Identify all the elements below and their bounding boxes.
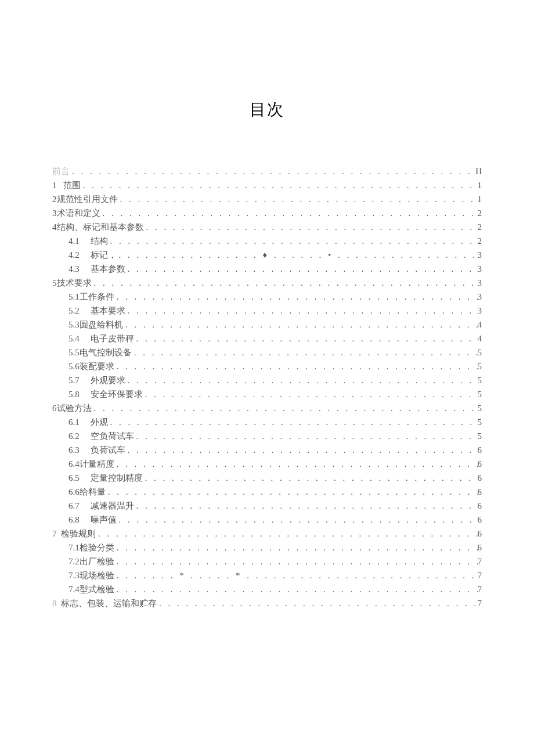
toc-entry-number: 4.3 xyxy=(68,265,80,273)
toc-entry-label: 7.3现场检验 xyxy=(68,571,114,580)
toc-entry-page: 3 xyxy=(478,251,482,260)
toc-entry-number: 4.1 xyxy=(68,237,80,246)
toc-entry-number: 5.3 xyxy=(68,321,80,329)
toc-entry: 7.3现场检验. . . . . . . * . . . . . * . . .… xyxy=(52,571,482,580)
toc-entry: 4.1 结构. . . . . . . . . . . . . . . . . … xyxy=(52,237,482,246)
toc-entry-gap xyxy=(80,446,91,455)
toc-entry-number: 6.3 xyxy=(68,446,80,455)
toc-entry: 6试验方法. . . . . . . . . . . . . . . . . .… xyxy=(52,404,482,413)
toc-entry-label: 6.2 空负荷试车 xyxy=(68,432,134,441)
toc-entry-text: 电子皮带秤 xyxy=(91,334,134,343)
toc-entry-text: 术语和定义 xyxy=(57,208,100,218)
toc-entry: 6.2 空负荷试车. . . . . . . . . . . . . . . .… xyxy=(52,432,482,441)
toc-entry-label: 4.2 标记， xyxy=(68,251,117,260)
toc-entry-page: 2 xyxy=(478,209,482,218)
toc-entry-gap xyxy=(80,516,91,524)
toc-entry-page: 5 xyxy=(478,432,482,441)
toc-entry-label: 6试验方法 xyxy=(52,404,92,413)
toc-entry-label: 6.4计量精度 xyxy=(68,460,114,469)
toc-entry-label: 6.1 外观 xyxy=(68,418,108,427)
toc-entry-text: 基本参数 xyxy=(91,264,125,273)
toc-entry-gap xyxy=(80,502,91,510)
toc-leader-dots: . . . . . . . * . . . . . * . . . . . . … xyxy=(114,571,478,580)
toc-entry: 1 范围. . . . . . . . . . . . . . . . . . … xyxy=(52,181,482,190)
toc-entry-text: 给料量 xyxy=(80,487,106,496)
toc-entry-page: 6 xyxy=(478,543,482,552)
toc-leader-dots: . . . . . . . . . . . . . . . . . . . . … xyxy=(117,516,478,524)
toc-entry-gap xyxy=(57,181,63,190)
toc-leader-dots: . . . . . . . . . . . . . . . . . . . . … xyxy=(134,334,478,343)
toc-entry-text: 标记， xyxy=(91,250,117,260)
toc-entry: 6.1 外观. . . . . . . . . . . . . . . . . … xyxy=(52,418,482,427)
toc-entry-page: 6 xyxy=(478,460,482,469)
toc-entry-number: 7.2 xyxy=(68,557,80,566)
toc-entry-text: 规范性引用文件 xyxy=(57,195,118,204)
toc-leader-dots: . . . . . . . . . . . . . . . . . . . . … xyxy=(114,293,478,301)
toc-leader-dots: . . . . . . . . . . . . . . . . . . . . … xyxy=(81,181,478,190)
toc-entry: 5技术要求. . . . . . . . . . . . . . . . . .… xyxy=(52,279,482,287)
toc-entry-number: 5.8 xyxy=(68,390,80,399)
toc-entry: 8 标志、包装、运输和贮存. . . . . . . . . . . . . .… xyxy=(52,599,482,608)
toc-entry-number: 5.2 xyxy=(68,307,80,315)
toc-entry-label: 4.1 结构 xyxy=(68,237,108,246)
toc-leader-dots: . . . . . . . . . . . . . . . . . . . . … xyxy=(132,348,478,357)
toc-entry: 3术语和定义. . . . . . . . . . . . . . . . . … xyxy=(52,209,482,218)
toc-entry-number: 8 xyxy=(52,599,57,608)
toc-entry-label: 5.4 电子皮带秤 xyxy=(68,334,134,343)
toc-entry: 前言. . . . . . . . . . . . . . . . . . . … xyxy=(52,167,482,176)
toc-entry-number: 6.1 xyxy=(68,418,80,427)
toc-entry-label: 6.5 定量控制精度 xyxy=(68,474,143,483)
toc-entry-number: 5.5 xyxy=(68,348,80,357)
toc-entry-label: 7.4型式检验 xyxy=(68,585,114,594)
toc-leader-dots: . . . . . . . . . . . . . . . . . . . . … xyxy=(157,599,478,608)
toc-entry-number: 6 xyxy=(52,404,57,413)
toc-entry-text: 结构 xyxy=(91,236,108,246)
toc-entry-page: 6 xyxy=(478,474,482,483)
toc-leader-dots: . . . . . . . . . . . . . . . . . . . . … xyxy=(143,390,478,399)
toc-entry-text: 空负荷试车 xyxy=(91,431,134,441)
toc-entry-number: 7.1 xyxy=(68,543,80,552)
toc-entry-text: 电气控制设备 xyxy=(80,348,132,357)
toc-leader-dots: . . . . . . . . . . . . . . . . . . . . … xyxy=(114,460,478,469)
toc-entry-page: 7 xyxy=(478,585,482,594)
toc-entry-number: 5.6 xyxy=(68,362,80,371)
toc-entry-text: 噪声值 xyxy=(91,515,117,524)
toc-entry-page: 7 xyxy=(478,557,482,566)
toc-entry-gap xyxy=(80,418,91,427)
toc-leader-dots: . . . . . . . . . . . . . . . . . . . . … xyxy=(100,209,478,218)
toc-entry-label: 6.6给料量 xyxy=(68,488,106,496)
toc-leader-dots: . . . . . . . . . . . . . . . . . . . . … xyxy=(125,376,478,385)
toc-entry-number: 5.7 xyxy=(68,376,80,385)
toc-leader-dots: . . . . . . . . . . . . . . . . . . . . … xyxy=(114,557,478,566)
toc-entry-text: 安全环保要求 xyxy=(91,390,143,399)
toc-entry: 6.7 减速器温升. . . . . . . . . . . . . . . .… xyxy=(52,502,482,510)
toc-entry-number: 5.1 xyxy=(68,293,80,301)
document-page: 目次 前言. . . . . . . . . . . . . . . . . .… xyxy=(0,0,534,608)
toc-entry: 5.8 安全环保要求. . . . . . . . . . . . . . . … xyxy=(52,390,482,399)
toc-leader-dots: . . . . . . . . . . . . . . . . . . . . … xyxy=(144,223,478,232)
toc-entry-page: 2 xyxy=(478,237,482,246)
toc-leader-dots: . . . . . . . . . . . . . . . . . . . . … xyxy=(118,195,478,204)
toc-entry-text: 现场检验 xyxy=(80,571,114,580)
toc-entry-label: 3术语和定义 xyxy=(52,209,100,218)
toc-entry: 5.7 外观要求. . . . . . . . . . . . . . . . … xyxy=(52,376,482,385)
toc-leader-dots: . . . . . . . . . . . . . . . . . . . . … xyxy=(114,585,478,594)
toc-entry: 4.2 标记，. . . . . . . . . . . . . . . . ♦… xyxy=(52,251,482,260)
toc-entry-text: 装配要求 xyxy=(80,362,114,371)
toc-entry-text: 检验规则 xyxy=(61,529,96,538)
toc-entry: 6.4计量精度. . . . . . . . . . . . . . . . .… xyxy=(52,460,482,469)
toc-entry-gap xyxy=(80,376,91,385)
toc-entry-label: 5.7 外观要求 xyxy=(68,376,125,385)
toc-entry-label: 4结构、标记和基本参数 xyxy=(52,223,144,232)
toc-entry: 5.3圆盘给料机. . . . . . . . . . . . . . . . … xyxy=(52,321,482,329)
toc-entry-text: 外观 xyxy=(91,417,108,427)
toc-entry-text: 前言 xyxy=(52,167,70,176)
toc-leader-dots: . . . . . . . . . . . . . . . . . . . . … xyxy=(125,307,478,315)
toc-entry-number: 5.4 xyxy=(68,334,80,343)
toc-entry-text: 工作条件 xyxy=(80,292,114,301)
toc-entry-label: 5.3圆盘给料机 xyxy=(68,321,123,329)
toc-entry-page: 6 xyxy=(478,446,482,455)
toc-entry-text: 型式检验 xyxy=(80,585,114,594)
toc-entry-page: 2 xyxy=(478,223,482,232)
toc-leader-dots: . . . . . . . . . . . . . . . . . . . . … xyxy=(134,502,478,510)
